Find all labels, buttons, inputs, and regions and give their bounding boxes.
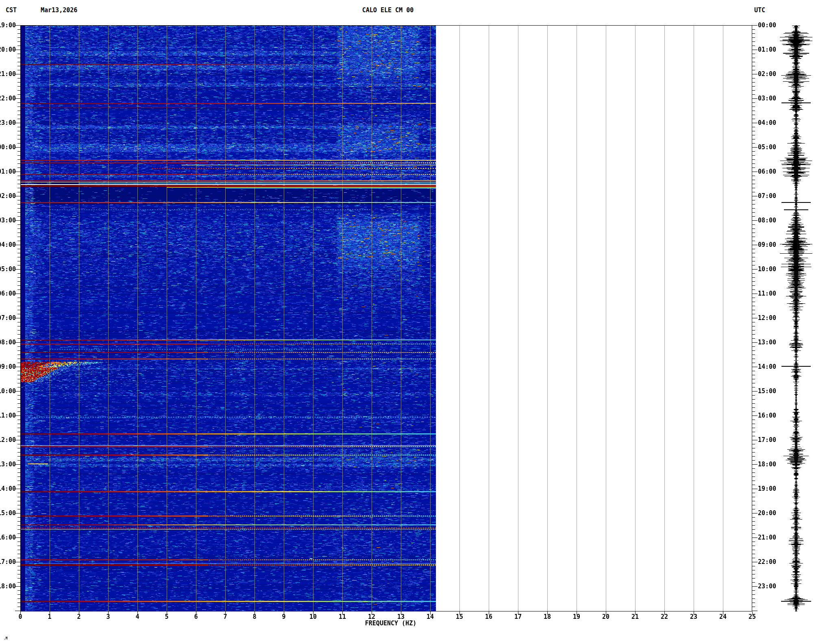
frequency-tick-label: 12 [363,614,380,620]
corner-mark: .M [4,637,8,640]
frequency-tick-label: 10 [305,614,321,620]
right-axis-label: 14:00 [758,363,776,370]
left-axis-label: 15:00 [0,510,15,516]
right-axis-label: 15:00 [758,388,776,394]
frequency-tick-label: 2 [71,614,87,620]
left-axis-label: 18:00 [0,583,15,590]
right-axis-label: 18:00 [758,461,776,468]
frequency-tick-label: 23 [686,614,702,620]
frequency-tick-label: 19 [568,614,585,620]
left-axis-label: 21:00 [0,71,15,77]
station-title: CALO ELE CM 00 [362,7,414,14]
frequency-tick-label: 3 [100,614,116,620]
spectrogram-heatmap [20,25,752,611]
right-axis-label: 17:00 [758,437,776,443]
frequency-tick-label: 15 [451,614,468,620]
left-axis-label: 17:00 [0,559,15,565]
frequency-tick-label: 25 [744,614,760,620]
frequency-tick-label: 18 [539,614,555,620]
frequency-tick-label: 11 [334,614,350,620]
frequency-tick-label: 21 [627,614,643,620]
right-axis-label: 01:00 [758,46,776,53]
left-axis-label: 23:00 [0,120,15,126]
left-axis-label: 16:00 [0,534,15,541]
frequency-tick-label: 6 [188,614,204,620]
right-axis-label: 05:00 [758,144,776,150]
frequency-tick-label: 16 [481,614,497,620]
seismogram-trace [777,25,814,611]
left-axis-label: 02:00 [0,193,15,199]
left-axis-label: 04:00 [0,242,15,248]
frequency-tick-label: 4 [129,614,146,620]
timezone-right-label: UTC [754,7,765,14]
frequency-tick-label: 7 [217,614,233,620]
frequency-axis-title: FREQUENCY (HZ) [365,620,416,627]
right-axis-label: 23:00 [758,583,776,590]
frequency-tick-label: 14 [422,614,438,620]
left-axis-label: 06:00 [0,290,15,297]
right-axis-label: 19:00 [758,485,776,492]
frequency-tick-label: 17 [510,614,526,620]
left-axis-label: 01:00 [0,168,15,175]
frequency-tick-label: 24 [715,614,731,620]
left-axis-label: 12:00 [0,437,15,443]
right-axis-label: 16:00 [758,412,776,419]
right-axis-label: 06:00 [758,168,776,175]
frequency-tick-label: 5 [159,614,175,620]
right-axis-label: 00:00 [758,22,776,28]
right-axis-label: 10:00 [758,266,776,272]
frequency-tick-label: 9 [276,614,292,620]
left-axis-label: 20:00 [0,46,15,53]
left-axis-label: 03:00 [0,217,15,224]
frequency-tick-label: 0 [12,614,28,620]
right-axis-label: 07:00 [758,193,776,199]
right-axis-label: 13:00 [758,339,776,346]
left-axis-label: 09:00 [0,363,15,370]
right-axis-label: 03:00 [758,95,776,102]
left-axis-label: 11:00 [0,412,15,419]
right-axis-label: 20:00 [758,510,776,516]
right-axis-label: 12:00 [758,315,776,321]
right-axis-label: 02:00 [758,71,776,77]
frequency-tick-label: 1 [41,614,58,620]
left-axis-label: 00:00 [0,144,15,150]
left-axis-label: 07:00 [0,315,15,321]
frequency-tick-label: 22 [656,614,673,620]
left-axis-label: 05:00 [0,266,15,272]
left-axis-label: 13:00 [0,461,15,468]
right-axis-label: 08:00 [758,217,776,224]
left-axis-label: 22:00 [0,95,15,102]
right-axis-label: 22:00 [758,559,776,565]
frequency-tick-label: 8 [246,614,263,620]
right-axis-label: 04:00 [758,120,776,126]
right-axis-label: 09:00 [758,242,776,248]
spectrogram-screen: CST Mar13,2026 CALO ELE CM 00 UTC 19:002… [0,0,814,644]
timezone-left-label: CST [6,7,17,14]
right-axis-label: 21:00 [758,534,776,541]
left-axis-label: 10:00 [0,388,15,394]
left-axis-label: 08:00 [0,339,15,346]
right-axis-label: 11:00 [758,290,776,297]
frequency-tick-label: 20 [598,614,614,620]
left-axis-label: 14:00 [0,485,15,492]
date-label: Mar13,2026 [41,7,77,14]
left-axis-label: 19:00 [0,22,15,28]
frequency-tick-label: 13 [393,614,409,620]
